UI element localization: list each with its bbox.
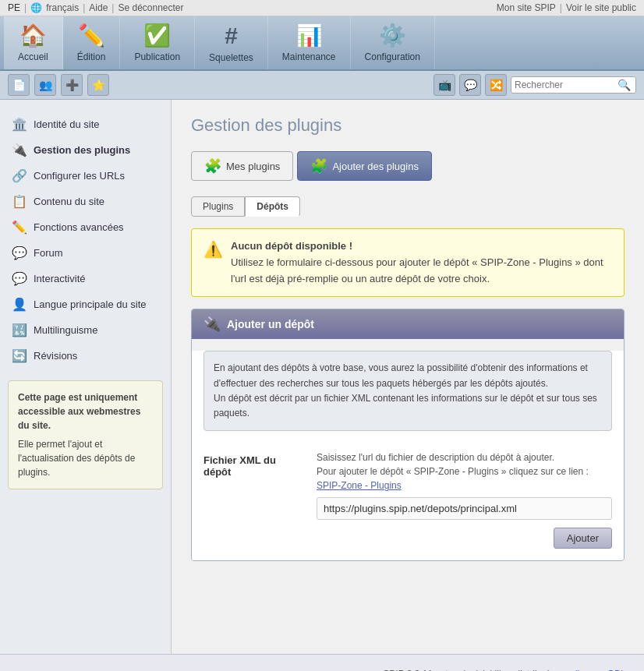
view-public-link[interactable]: Voir le site public [566, 2, 636, 13]
pe-label: PE [8, 2, 20, 13]
subtab-plugins[interactable]: Plugins [191, 196, 245, 217]
ajouter-plugins-icon: 🧩 [310, 157, 327, 175]
home-icon [19, 23, 47, 48]
config-icon [379, 23, 406, 48]
spip-zone-link[interactable]: SPIP-Zone - Plugins [317, 480, 402, 491]
nav-squelettes[interactable]: Squelettes [195, 16, 268, 69]
nav-edition[interactable]: Édition [63, 16, 121, 69]
sub-tabs: Plugins Dépôts [191, 196, 625, 217]
form-field: Saisissez l'url du fichier de descriptio… [317, 450, 612, 520]
sidebar-item-interactivite[interactable]: 💬 Interactivité [0, 266, 171, 291]
sidebar-label-contenu: Contenu du site [34, 196, 104, 207]
site-name-link[interactable]: Mon site SPIP [497, 2, 556, 13]
language-icon: 🌐 [30, 2, 42, 13]
depot-header-title: Ajouter un dépôt [227, 318, 314, 330]
top-bar-left: PE | 🌐 français | Aide | Se déconnecter [8, 2, 184, 13]
form-row: Fichier XML dudépôt Saisissez l'url du f… [203, 450, 612, 520]
warning-box: ⚠️ Aucun dépôt disponible ! Utilisez le … [191, 228, 625, 297]
hash-icon [225, 23, 238, 49]
sub-toolbar-right: 📺 💬 🔀 🔍 [433, 74, 636, 96]
sidebar-item-revisions[interactable]: 🔄 Révisions [0, 343, 171, 369]
sub-toolbar-left: 📄 👥 ➕ ⭐ [8, 74, 109, 96]
top-bar-right: Mon site SPIP | Voir le site public [497, 2, 636, 13]
sidebar-item-fonctions[interactable]: ✏️ Fonctions avancées [0, 214, 171, 240]
sidebar-label-forum: Forum [34, 247, 63, 259]
multilinguisme-icon: 🔣 [12, 323, 27, 337]
sub-icon-4[interactable]: ⭐ [87, 74, 109, 96]
sep1: | [24, 2, 27, 13]
plugins-icon: 🔌 [12, 143, 27, 157]
sep3: | [111, 2, 114, 13]
nav-publication[interactable]: Publication [120, 16, 195, 69]
nav-maintenance[interactable]: Maintenance [268, 16, 351, 69]
tab-ajouter-plugins[interactable]: 🧩 Ajouter des plugins [297, 151, 432, 181]
sidebar-item-plugins[interactable]: 🔌 Gestion des plugins [0, 137, 171, 163]
nav-accueil-label: Accueil [18, 51, 48, 62]
revisions-icon: 🔄 [12, 348, 27, 363]
top-bar: PE | 🌐 français | Aide | Se déconnecter … [0, 0, 644, 16]
sidebar-item-identite[interactable]: 🏛️ Identité du site [0, 111, 171, 137]
sub-icon-view[interactable]: 📺 [433, 74, 455, 96]
instruction1: Saisissez l'url du fichier de descriptio… [317, 452, 554, 463]
help-link[interactable]: Aide [89, 2, 108, 13]
interactivite-icon: 💬 [12, 271, 27, 286]
language-link[interactable]: français [46, 2, 79, 13]
depot-body: En ajoutant des dépôts à votre base, vou… [192, 351, 624, 560]
footer: SPIP 3.2.11 est un logiciel libre distri… [0, 654, 644, 671]
identite-icon: 🏛️ [12, 117, 27, 132]
maintenance-icon [295, 23, 323, 48]
publish-icon [143, 23, 171, 48]
sidebar-label-fonctions: Fonctions avancées [34, 221, 124, 233]
nav-configuration[interactable]: Configuration [351, 16, 435, 69]
warning-title: Aucun dépôt disponible ! [231, 240, 352, 252]
fonctions-icon: ✏️ [12, 220, 27, 235]
depot-description: En ajoutant des dépôts à votre base, vou… [203, 351, 612, 431]
sub-icon-1[interactable]: 📄 [8, 74, 30, 96]
warning-text: Aucun dépôt disponible ! Utilisez le for… [231, 238, 612, 287]
form-label-text: Fichier XML dudépôt [203, 454, 276, 478]
contenu-icon: 📋 [12, 194, 27, 209]
depot-section: 🔌 Ajouter un dépôt En ajoutant des dépôt… [191, 309, 625, 561]
sub-icon-3[interactable]: ➕ [61, 74, 83, 96]
nav-configuration-label: Configuration [365, 51, 420, 62]
main-nav: Accueil Édition Publication Squelettes M… [0, 16, 644, 71]
sub-icon-2[interactable]: 👥 [34, 74, 56, 96]
tab-mes-plugins-label: Mes plugins [226, 161, 280, 172]
search-box: 🔍 [511, 76, 636, 94]
sidebar-item-forum[interactable]: 💬 Forum [0, 240, 171, 266]
tab-mes-plugins[interactable]: 🧩 Mes plugins [191, 151, 293, 181]
sub-toolbar: 📄 👥 ➕ ⭐ 📺 💬 🔀 🔍 [0, 71, 644, 100]
tab-ajouter-plugins-label: Ajouter des plugins [332, 161, 419, 172]
sep2: | [83, 2, 85, 13]
sub-icon-msg[interactable]: 💬 [459, 74, 481, 96]
mes-plugins-icon: 🧩 [204, 157, 221, 175]
sidebar-info-title: Cette page est uniquement accessible aux… [18, 390, 153, 433]
logout-link[interactable]: Se déconnecter [118, 2, 183, 13]
main-layout: 🏛️ Identité du site 🔌 Gestion des plugin… [0, 100, 644, 654]
add-depot-button[interactable]: Ajouter [554, 528, 612, 549]
plugin-tabs: 🧩 Mes plugins 🧩 Ajouter des plugins [191, 151, 625, 181]
nav-squelettes-label: Squelettes [209, 52, 253, 63]
sidebar-item-langue[interactable]: 👤 Langue principale du site [0, 291, 171, 317]
langue-icon: 👤 [12, 297, 27, 312]
sidebar-label-langue: Langue principale du site [34, 298, 147, 310]
sub-icon-share[interactable]: 🔀 [485, 74, 507, 96]
page-title: Gestion des plugins [191, 115, 625, 136]
sidebar-item-urls[interactable]: 🔗 Configurer les URLs [0, 163, 171, 189]
sidebar-item-multilinguisme[interactable]: 🔣 Multilinguisme [0, 317, 171, 343]
form-instruction: Saisissez l'url du fichier de descriptio… [317, 450, 612, 493]
sidebar-label-urls: Configurer les URLs [34, 170, 125, 182]
sidebar-item-contenu[interactable]: 📋 Contenu du site [0, 189, 171, 214]
depot-form: Fichier XML dudépôt Saisissez l'url du f… [192, 443, 624, 560]
search-input[interactable] [515, 79, 616, 90]
search-button[interactable]: 🔍 [616, 79, 632, 91]
forum-icon: 💬 [12, 245, 27, 260]
nav-accueil[interactable]: Accueil [4, 16, 63, 69]
sidebar-label-revisions: Révisions [34, 350, 77, 362]
form-label: Fichier XML dudépôt [203, 450, 305, 478]
depot-url-input[interactable] [317, 497, 612, 520]
sidebar-label-identite: Identité du site [34, 118, 100, 130]
edit-icon [78, 23, 105, 48]
subtab-depots[interactable]: Dépôts [245, 196, 300, 217]
sidebar-info: Cette page est uniquement accessible aux… [8, 380, 163, 489]
